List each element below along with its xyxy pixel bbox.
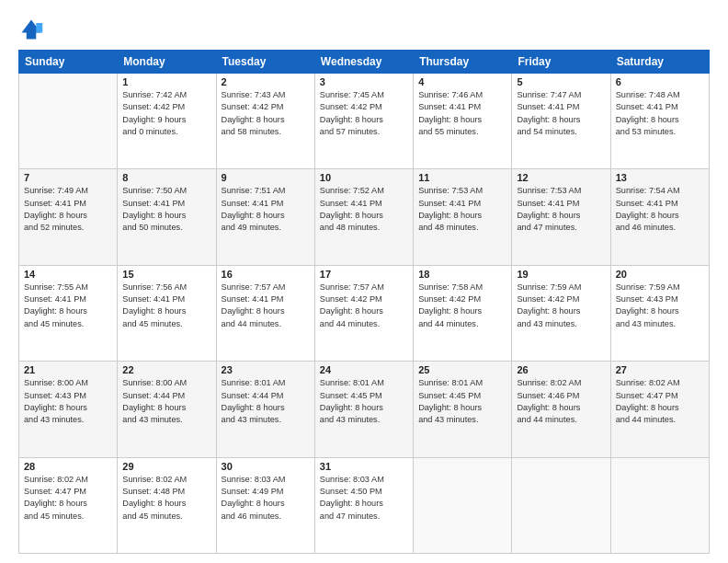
day-info: Sunrise: 8:00 AM Sunset: 4:43 PM Dayligh… — [24, 377, 112, 426]
day-number: 7 — [24, 172, 112, 183]
day-number: 27 — [616, 364, 704, 375]
day-info: Sunrise: 7:52 AM Sunset: 4:41 PM Dayligh… — [320, 185, 408, 234]
day-info: Sunrise: 8:01 AM Sunset: 4:45 PM Dayligh… — [320, 377, 408, 426]
day-info: Sunrise: 8:03 AM Sunset: 4:50 PM Dayligh… — [320, 474, 408, 523]
svg-marker-1 — [36, 23, 42, 33]
day-info: Sunrise: 8:02 AM Sunset: 4:48 PM Dayligh… — [122, 474, 210, 523]
day-info: Sunrise: 7:42 AM Sunset: 4:42 PM Dayligh… — [122, 89, 210, 138]
day-number: 22 — [122, 364, 210, 375]
calendar-week-5: 28Sunrise: 8:02 AM Sunset: 4:47 PM Dayli… — [19, 457, 710, 553]
weekday-header-row: SundayMondayTuesdayWednesdayThursdayFrid… — [19, 51, 710, 74]
day-number: 19 — [517, 269, 605, 280]
calendar-cell: 3Sunrise: 7:45 AM Sunset: 4:42 PM Daylig… — [314, 74, 413, 169]
day-info: Sunrise: 7:50 AM Sunset: 4:41 PM Dayligh… — [122, 185, 210, 234]
calendar-week-2: 7Sunrise: 7:49 AM Sunset: 4:41 PM Daylig… — [19, 169, 710, 265]
day-number: 6 — [616, 76, 704, 87]
calendar-cell: 6Sunrise: 7:48 AM Sunset: 4:41 PM Daylig… — [610, 74, 709, 169]
calendar-cell: 4Sunrise: 7:46 AM Sunset: 4:41 PM Daylig… — [414, 74, 512, 169]
calendar-cell: 7Sunrise: 7:49 AM Sunset: 4:41 PM Daylig… — [19, 169, 118, 265]
calendar-week-1: 1Sunrise: 7:42 AM Sunset: 4:42 PM Daylig… — [19, 74, 710, 169]
day-number: 16 — [222, 269, 310, 280]
calendar-week-4: 21Sunrise: 8:00 AM Sunset: 4:43 PM Dayli… — [19, 362, 710, 457]
calendar-cell: 9Sunrise: 7:51 AM Sunset: 4:41 PM Daylig… — [216, 169, 314, 265]
calendar-cell: 29Sunrise: 8:02 AM Sunset: 4:48 PM Dayli… — [118, 457, 216, 553]
day-number: 21 — [24, 364, 112, 375]
weekday-tuesday: Tuesday — [216, 51, 314, 74]
calendar-cell: 19Sunrise: 7:59 AM Sunset: 4:42 PM Dayli… — [512, 265, 610, 361]
calendar-cell: 16Sunrise: 7:57 AM Sunset: 4:41 PM Dayli… — [216, 265, 314, 361]
day-number: 10 — [320, 172, 408, 183]
calendar-cell: 13Sunrise: 7:54 AM Sunset: 4:41 PM Dayli… — [610, 169, 709, 265]
calendar-cell: 23Sunrise: 8:01 AM Sunset: 4:44 PM Dayli… — [216, 362, 314, 457]
day-info: Sunrise: 7:59 AM Sunset: 4:42 PM Dayligh… — [517, 282, 605, 330]
logo-icon — [18, 17, 44, 42]
day-number: 25 — [418, 364, 506, 375]
day-info: Sunrise: 7:45 AM Sunset: 4:42 PM Dayligh… — [320, 89, 408, 138]
calendar-cell: 22Sunrise: 8:00 AM Sunset: 4:44 PM Dayli… — [118, 362, 216, 457]
page: SundayMondayTuesdayWednesdayThursdayFrid… — [0, 0, 728, 563]
calendar-cell: 31Sunrise: 8:03 AM Sunset: 4:50 PM Dayli… — [314, 457, 413, 553]
weekday-sunday: Sunday — [19, 51, 118, 74]
day-info: Sunrise: 7:49 AM Sunset: 4:41 PM Dayligh… — [24, 185, 112, 234]
day-number: 11 — [418, 172, 506, 183]
calendar-cell: 15Sunrise: 7:56 AM Sunset: 4:41 PM Dayli… — [118, 265, 216, 361]
day-info: Sunrise: 8:02 AM Sunset: 4:47 PM Dayligh… — [24, 474, 112, 523]
logo — [18, 17, 48, 42]
day-number: 26 — [517, 364, 605, 375]
calendar-cell: 25Sunrise: 8:01 AM Sunset: 4:45 PM Dayli… — [414, 362, 512, 457]
day-number: 15 — [122, 269, 210, 280]
calendar-cell: 30Sunrise: 8:03 AM Sunset: 4:49 PM Dayli… — [216, 457, 314, 553]
day-info: Sunrise: 7:53 AM Sunset: 4:41 PM Dayligh… — [418, 185, 506, 234]
calendar-cell: 26Sunrise: 8:02 AM Sunset: 4:46 PM Dayli… — [512, 362, 610, 457]
calendar-cell: 2Sunrise: 7:43 AM Sunset: 4:42 PM Daylig… — [216, 74, 314, 169]
day-info: Sunrise: 7:47 AM Sunset: 4:41 PM Dayligh… — [517, 89, 605, 138]
day-number: 13 — [616, 172, 704, 183]
header — [18, 17, 710, 42]
day-number: 12 — [517, 172, 605, 183]
day-number: 1 — [122, 76, 210, 87]
calendar-cell: 17Sunrise: 7:57 AM Sunset: 4:42 PM Dayli… — [314, 265, 413, 361]
day-number: 5 — [517, 76, 605, 87]
calendar-cell: 20Sunrise: 7:59 AM Sunset: 4:43 PM Dayli… — [610, 265, 709, 361]
calendar: SundayMondayTuesdayWednesdayThursdayFrid… — [18, 50, 710, 554]
day-number: 24 — [320, 364, 408, 375]
day-info: Sunrise: 7:46 AM Sunset: 4:41 PM Dayligh… — [418, 89, 506, 138]
calendar-cell: 28Sunrise: 8:02 AM Sunset: 4:47 PM Dayli… — [19, 457, 118, 553]
calendar-cell: 5Sunrise: 7:47 AM Sunset: 4:41 PM Daylig… — [512, 74, 610, 169]
calendar-cell: 8Sunrise: 7:50 AM Sunset: 4:41 PM Daylig… — [118, 169, 216, 265]
calendar-cell: 14Sunrise: 7:55 AM Sunset: 4:41 PM Dayli… — [19, 265, 118, 361]
calendar-cell — [19, 74, 118, 169]
calendar-cell: 18Sunrise: 7:58 AM Sunset: 4:42 PM Dayli… — [414, 265, 512, 361]
day-info: Sunrise: 7:59 AM Sunset: 4:43 PM Dayligh… — [616, 282, 704, 330]
day-number: 20 — [616, 269, 704, 280]
calendar-cell: 12Sunrise: 7:53 AM Sunset: 4:41 PM Dayli… — [512, 169, 610, 265]
day-number: 2 — [222, 76, 310, 87]
day-number: 4 — [418, 76, 506, 87]
calendar-cell: 24Sunrise: 8:01 AM Sunset: 4:45 PM Dayli… — [314, 362, 413, 457]
day-info: Sunrise: 7:54 AM Sunset: 4:41 PM Dayligh… — [616, 185, 704, 234]
weekday-monday: Monday — [118, 51, 216, 74]
day-number: 29 — [122, 461, 210, 472]
day-number: 23 — [222, 364, 310, 375]
day-info: Sunrise: 8:02 AM Sunset: 4:47 PM Dayligh… — [616, 377, 704, 426]
calendar-week-3: 14Sunrise: 7:55 AM Sunset: 4:41 PM Dayli… — [19, 265, 710, 361]
calendar-cell: 10Sunrise: 7:52 AM Sunset: 4:41 PM Dayli… — [314, 169, 413, 265]
day-number: 18 — [418, 269, 506, 280]
calendar-cell: 27Sunrise: 8:02 AM Sunset: 4:47 PM Dayli… — [610, 362, 709, 457]
day-info: Sunrise: 8:00 AM Sunset: 4:44 PM Dayligh… — [122, 377, 210, 426]
day-number: 3 — [320, 76, 408, 87]
day-info: Sunrise: 7:51 AM Sunset: 4:41 PM Dayligh… — [222, 185, 310, 234]
calendar-cell — [512, 457, 610, 553]
day-info: Sunrise: 8:03 AM Sunset: 4:49 PM Dayligh… — [222, 474, 310, 523]
day-info: Sunrise: 7:43 AM Sunset: 4:42 PM Dayligh… — [222, 89, 310, 138]
day-number: 17 — [320, 269, 408, 280]
day-info: Sunrise: 7:57 AM Sunset: 4:41 PM Dayligh… — [222, 282, 310, 330]
calendar-cell — [414, 457, 512, 553]
calendar-cell: 21Sunrise: 8:00 AM Sunset: 4:43 PM Dayli… — [19, 362, 118, 457]
day-number: 30 — [222, 461, 310, 472]
day-number: 31 — [320, 461, 408, 472]
day-info: Sunrise: 8:01 AM Sunset: 4:45 PM Dayligh… — [418, 377, 506, 426]
day-info: Sunrise: 8:02 AM Sunset: 4:46 PM Dayligh… — [517, 377, 605, 426]
day-info: Sunrise: 8:01 AM Sunset: 4:44 PM Dayligh… — [222, 377, 310, 426]
weekday-saturday: Saturday — [610, 51, 709, 74]
